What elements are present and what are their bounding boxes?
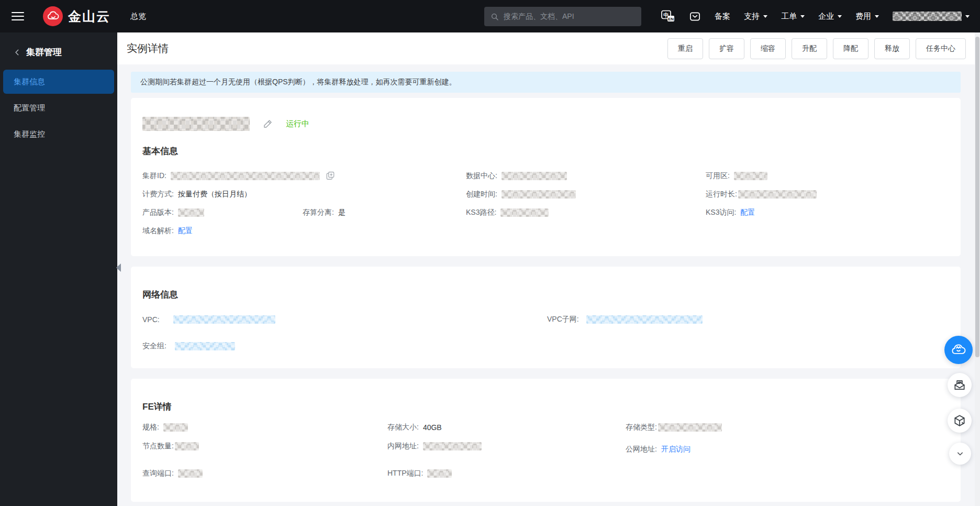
network-section-title: 网络信息 bbox=[142, 289, 961, 301]
storage-separation-value: 是 bbox=[338, 208, 346, 217]
field-public-addr: 公网地址: 开启访问 bbox=[626, 445, 691, 454]
fe-details-card: FE详情 规格: 存储大小: 40GB 存储类型: 节点数量: bbox=[131, 379, 961, 502]
status-badge: 运行中 bbox=[286, 119, 309, 129]
public-access-link[interactable]: 开启访问 bbox=[661, 445, 691, 454]
cube-icon bbox=[953, 414, 966, 427]
security-group-redacted bbox=[175, 342, 235, 350]
scrollbar-track bbox=[975, 32, 980, 506]
scale-out-button[interactable]: 扩容 bbox=[709, 38, 744, 59]
field-vpc-subnet: VPC子网: bbox=[547, 315, 703, 324]
dns-config-link[interactable]: 配置 bbox=[178, 226, 193, 236]
search-input[interactable]: 搜索产品、文档、API bbox=[484, 7, 641, 26]
field-label: KS3访问: bbox=[706, 208, 736, 217]
sidebar: 集群管理 集群信息 配置管理 集群监控 bbox=[0, 32, 117, 506]
http-port-redacted bbox=[427, 469, 452, 478]
topbar: 金山云 总览 搜索产品、文档、API 中 EN 备案 支持 工单 企业 bbox=[0, 0, 980, 32]
collapse-float-buttons[interactable] bbox=[949, 443, 971, 465]
field-label: 内网地址: bbox=[387, 442, 419, 451]
field-spec: 规格: bbox=[142, 423, 387, 432]
nav-overview[interactable]: 总览 bbox=[130, 12, 146, 21]
nav-ticket-label: 工单 bbox=[781, 12, 797, 21]
nav-ticket[interactable]: 工单 bbox=[781, 12, 805, 21]
edit-pencil-icon[interactable] bbox=[262, 118, 273, 129]
sidebar-item-cluster-info[interactable]: 集群信息 bbox=[3, 70, 114, 94]
field-label: KS3路径: bbox=[466, 208, 496, 217]
storage-type-redacted bbox=[658, 423, 722, 432]
billing-value: 按量付费（按日月结） bbox=[178, 190, 251, 199]
caret-down-icon bbox=[763, 15, 767, 18]
release-button[interactable]: 释放 bbox=[874, 38, 910, 59]
nav-support-label: 支持 bbox=[744, 12, 760, 21]
field-label: HTTP端口: bbox=[387, 469, 423, 478]
support-mascot-button[interactable] bbox=[944, 336, 973, 364]
user-menu[interactable] bbox=[893, 12, 970, 21]
field-label: 存储类型: bbox=[626, 423, 657, 432]
nav-billing-label: 费用 bbox=[855, 12, 871, 21]
ks3-access-config-link[interactable]: 配置 bbox=[740, 208, 755, 217]
uptime-redacted bbox=[738, 190, 817, 199]
caret-down-icon bbox=[838, 15, 842, 18]
notice-text: 公测期间若集群超过一个月无使用（根据QPS判断），将集群释放处理，如再次需要可重… bbox=[140, 78, 456, 87]
storage-size-value: 40GB bbox=[423, 423, 442, 432]
product-version-redacted bbox=[178, 208, 204, 217]
language-toggle-icon[interactable]: 中 EN bbox=[661, 10, 675, 23]
notice-banner: 公测期间若集群超过一个月无使用（根据QPS判断），将集群释放处理，如再次需要可重… bbox=[131, 72, 961, 93]
node-count-redacted bbox=[175, 442, 199, 450]
downgrade-button[interactable]: 降配 bbox=[833, 38, 868, 59]
scale-in-button[interactable]: 缩容 bbox=[750, 38, 786, 59]
brand-logo[interactable]: 金山云 bbox=[43, 6, 110, 26]
sidebar-item-label: 集群监控 bbox=[14, 129, 45, 139]
fe-section-title: FE详情 bbox=[142, 401, 961, 413]
zone-redacted bbox=[734, 172, 767, 180]
feedback-button[interactable] bbox=[948, 373, 972, 397]
task-center-button[interactable]: 任务中心 bbox=[916, 38, 966, 59]
caret-down-icon bbox=[965, 15, 970, 18]
search-placeholder: 搜索产品、文档、API bbox=[504, 12, 574, 21]
field-created-time: 创建时间: bbox=[466, 190, 706, 199]
sidebar-item-label: 配置管理 bbox=[14, 103, 45, 113]
basic-section-title: 基本信息 bbox=[142, 145, 961, 157]
field-row: 产品版本: 存算分离: 是 KS3路径: KS3访问: 配置 bbox=[142, 207, 961, 218]
nav-support[interactable]: 支持 bbox=[744, 12, 767, 21]
page-title: 实例详情 bbox=[127, 41, 169, 56]
search-icon bbox=[491, 13, 499, 21]
internal-addr-redacted bbox=[423, 442, 482, 450]
field-label: 安全组: bbox=[142, 342, 166, 351]
product-tour-button[interactable] bbox=[948, 409, 972, 433]
vpc-subnet-redacted bbox=[586, 315, 703, 324]
page-header: 实例详情 重启 扩容 缩容 升配 降配 释放 任务中心 bbox=[117, 32, 980, 64]
brand-name: 金山云 bbox=[68, 8, 110, 25]
field-storage-size: 存储大小: 40GB bbox=[387, 423, 626, 432]
sidebar-collapse-icon[interactable] bbox=[116, 263, 121, 272]
nav-beian[interactable]: 备案 bbox=[715, 12, 730, 21]
cluster-name-redacted bbox=[142, 117, 250, 131]
field-dns: 域名解析: 配置 bbox=[142, 226, 193, 236]
nav-billing[interactable]: 费用 bbox=[855, 12, 879, 21]
field-row: 集群ID: 数据中心: 可用区: bbox=[142, 171, 961, 181]
field-label: 查询端口: bbox=[142, 469, 174, 478]
mail-icon[interactable] bbox=[689, 10, 701, 23]
sidebar-item-config-management[interactable]: 配置管理 bbox=[3, 96, 114, 120]
copy-icon[interactable] bbox=[325, 171, 336, 181]
field-label: 集群ID: bbox=[142, 171, 166, 181]
field-cluster-id: 集群ID: bbox=[142, 171, 466, 181]
field-zone: 可用区: bbox=[706, 171, 767, 181]
main-content: 实例详情 重启 扩容 缩容 升配 降配 释放 任务中心 公测期间若集群超过一个月… bbox=[117, 32, 980, 506]
field-label: 存算分离: bbox=[303, 208, 334, 217]
query-port-redacted bbox=[178, 469, 203, 478]
upgrade-button[interactable]: 升配 bbox=[792, 38, 827, 59]
field-row: 域名解析: 配置 bbox=[142, 226, 961, 236]
scrollbar-thumb[interactable] bbox=[975, 37, 979, 357]
sidebar-header[interactable]: 集群管理 bbox=[0, 32, 117, 58]
nav-enterprise[interactable]: 企业 bbox=[818, 12, 842, 21]
vpc-redacted bbox=[173, 315, 275, 324]
field-row: 节点数量: 内网地址: 公网地址: 开启访问 bbox=[142, 441, 961, 452]
field-label: 规格: bbox=[142, 423, 159, 432]
restart-button[interactable]: 重启 bbox=[667, 38, 703, 59]
sidebar-item-cluster-monitor[interactable]: 集群监控 bbox=[3, 122, 114, 146]
menu-icon[interactable] bbox=[12, 9, 24, 23]
cloud-logo-icon bbox=[43, 6, 63, 26]
nav-enterprise-label: 企业 bbox=[818, 12, 834, 21]
back-chevron-icon bbox=[14, 49, 21, 56]
nav-beian-label: 备案 bbox=[715, 12, 730, 21]
